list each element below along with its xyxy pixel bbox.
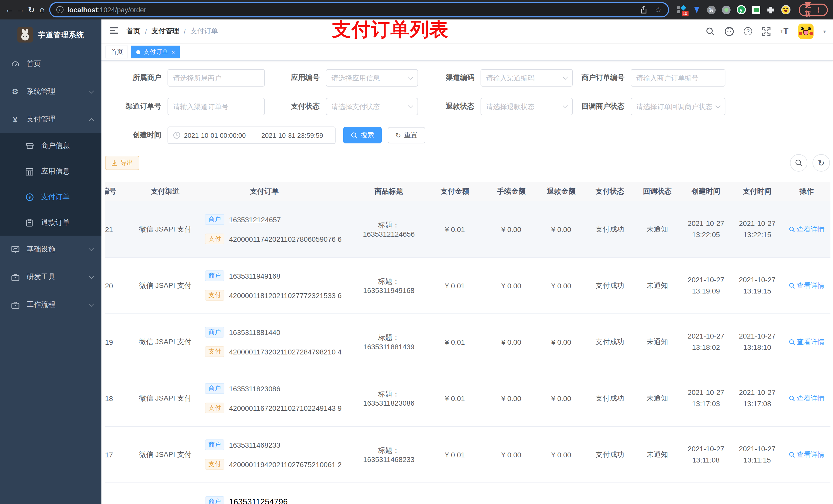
help-icon[interactable]: ? (744, 27, 752, 35)
browser-back-icon[interactable]: ← (5, 3, 13, 16)
bookmark-star-icon[interactable]: ☆ (655, 5, 662, 14)
date-range-separator: - (249, 131, 258, 139)
close-tab-icon[interactable]: × (172, 49, 175, 55)
url-host: localhost (67, 6, 98, 14)
search-button[interactable]: 搜索 (343, 127, 382, 143)
sidebar-item-app-info[interactable]: 应用信息 (0, 159, 101, 184)
site-info-icon[interactable]: i (56, 6, 63, 13)
breadcrumb-separator: / (145, 27, 147, 35)
pay-status-filter-select[interactable] (326, 98, 418, 115)
dashboard-icon (11, 60, 20, 68)
notify-status: 未通知 (634, 224, 680, 234)
table-row: 20 微信 JSAPI 支付 商户1635311949168 支付4200001… (105, 258, 830, 314)
sidebar-item-merchant-info[interactable]: 商户信息 (0, 133, 101, 159)
view-detail-link[interactable]: 查看详情 (789, 393, 825, 403)
export-button[interactable]: 导出 (105, 156, 139, 170)
sidebar-item-infra[interactable]: 基础设施 (0, 236, 101, 263)
merchant-order-filter-label: 商户订单编号 (573, 73, 630, 82)
table-row: 18 微信 JSAPI 支付 商户1635311823086 支付4200001… (105, 370, 830, 427)
app-filter-select[interactable] (326, 69, 418, 87)
header-search-icon[interactable] (706, 27, 715, 35)
page-content: 所属商户 应用编号 渠道编码 商户订单编号 (101, 61, 833, 504)
update-button[interactable]: 更新 ⋮ (799, 3, 828, 16)
channel-code-filter-select[interactable] (480, 69, 573, 87)
sidebar-item-system[interactable]: ⚙ 系统管理 (0, 78, 101, 105)
address-bar[interactable]: i localhost:1024/pay/order ☆ (49, 2, 669, 18)
table-header: 编号 支付渠道 支付订单 商品标题 支付金额 手续金额 退款金额 支付状态 回调… (105, 182, 830, 201)
toggle-search-button[interactable] (790, 154, 807, 172)
chevron-down-icon (89, 88, 94, 94)
merchant-tag: 商户 (205, 496, 224, 504)
refresh-button[interactable]: ↻ (812, 154, 830, 172)
sidebar-item-label: 工作流程 (27, 300, 82, 309)
merchant-tag: 商户 (205, 439, 224, 450)
sidebar-item-pay-order[interactable]: ¥ 支付订单 (0, 184, 101, 210)
merchant-filter-input[interactable] (168, 69, 265, 87)
channel-order-filter-input[interactable] (168, 98, 265, 115)
sidebar-item-label: 支付管理 (27, 115, 82, 124)
reset-icon: ↻ (396, 131, 401, 139)
merchant-filter-label: 所属商户 (105, 73, 168, 82)
user-avatar[interactable] (798, 24, 813, 39)
tab-home[interactable]: 首页 (105, 46, 128, 58)
monitor-chart-icon (11, 246, 20, 253)
logo-avatar (18, 27, 33, 43)
tab-pay-order[interactable]: 支付订单 × (131, 46, 180, 58)
sidebar-item-workflow[interactable]: 工作流程 (0, 291, 101, 318)
browser-home-icon[interactable]: ⌂ (39, 3, 46, 16)
sidebar-item-refund-order[interactable]: 退款订单 (0, 210, 101, 236)
chevron-down-icon (89, 274, 94, 279)
pay-status: 支付成功 (586, 281, 634, 290)
collapse-sidebar-icon[interactable] (105, 22, 122, 40)
emoji-extension-icon[interactable] (781, 5, 790, 14)
fullscreen-icon[interactable] (762, 27, 770, 35)
date-range-end: 2021-10-31 23:59:59 (261, 131, 323, 139)
create-time-range-picker[interactable]: 2021-10-01 00:00:00 - 2021-10-31 23:59:5… (168, 126, 336, 144)
merchant-order-filter-input[interactable] (630, 69, 725, 87)
puzzle-extension-icon[interactable] (766, 5, 776, 14)
merchant-tag: 商户 (205, 214, 224, 225)
top-navbar: 首页 / 支付管理 / 支付订单 ? (101, 20, 833, 44)
command-extension-icon[interactable]: ⌘ (707, 5, 716, 14)
toolbar-row: 导出 ↻ (105, 155, 833, 171)
view-detail-link[interactable]: 查看详情 (789, 281, 825, 290)
y-extension-icon[interactable]: y (736, 5, 746, 14)
browser-menu-icon[interactable]: ⋮ (815, 6, 822, 14)
view-detail-link[interactable]: 查看详情 (789, 337, 825, 346)
clipboard-icon (25, 219, 34, 227)
sidebar-item-home[interactable]: 首页 (0, 50, 101, 78)
share-icon[interactable] (640, 6, 647, 14)
sidebar: 芋道管理系统 首页 ⚙ 系统管理 ¥ 支付管理 (0, 20, 101, 504)
callback-status-filter-select[interactable] (630, 98, 725, 115)
sidebar-item-payment[interactable]: ¥ 支付管理 (0, 105, 101, 133)
app-logo[interactable]: 芋道管理系统 (0, 20, 101, 50)
reset-button[interactable]: ↻ 重置 (388, 127, 425, 143)
breadcrumb-payment[interactable]: 支付管理 (152, 27, 179, 36)
breadcrumb-home[interactable]: 首页 (126, 27, 140, 36)
github-icon[interactable] (724, 27, 734, 36)
merchant-tag: 商户 (205, 327, 224, 338)
refund-status-filter-label: 退款状态 (418, 102, 480, 111)
view-detail-link[interactable]: 查看详情 (789, 224, 825, 234)
dot-extension-icon[interactable] (721, 5, 731, 14)
chevron-down-icon (89, 246, 94, 251)
chevron-down-icon (715, 103, 720, 108)
sidebar-item-devtools[interactable]: 研发工具 (0, 263, 101, 291)
cone-extension-icon[interactable] (692, 5, 701, 14)
notify-status: 未通知 (634, 337, 680, 346)
extension-icons: 10 ⌘ y (677, 5, 790, 14)
tampermonkey-extension-icon[interactable]: 10 (677, 5, 686, 14)
payment-submenu: 商户信息 应用信息 ¥ 支付订单 (0, 133, 101, 236)
font-size-icon[interactable]: TT (780, 27, 788, 36)
merchant-tag: 商户 (205, 270, 224, 281)
view-detail-link[interactable]: 查看详情 (789, 450, 825, 459)
refund-status-filter-select[interactable] (480, 98, 573, 115)
browser-reload-icon[interactable]: ↻ (28, 3, 35, 16)
url-text[interactable]: localhost:1024/pay/order (67, 6, 636, 14)
browser-forward-icon[interactable]: → (16, 3, 25, 16)
date-range-start: 2021-10-01 00:00:00 (184, 131, 246, 139)
pay-tag: 支付 (205, 346, 224, 357)
avatar-caret-icon[interactable]: ▾ (823, 28, 826, 34)
chat-extension-icon[interactable] (751, 5, 761, 14)
chevron-up-icon (89, 118, 94, 123)
